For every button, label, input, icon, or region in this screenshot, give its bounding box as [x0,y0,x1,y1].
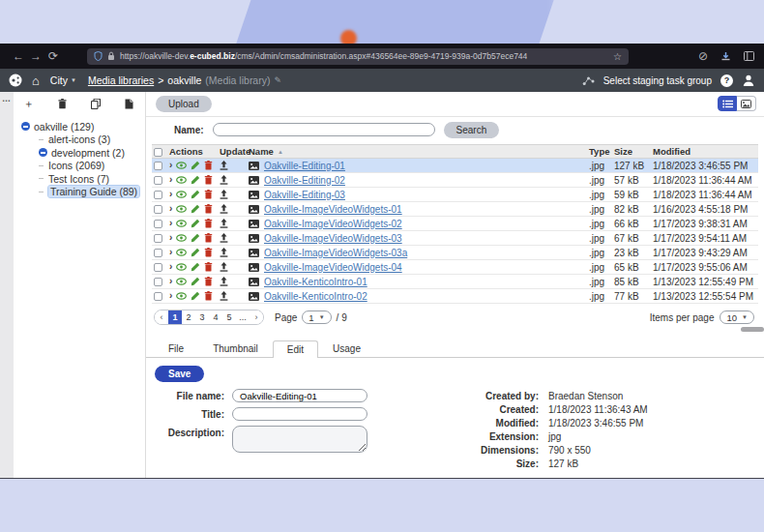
expand-row-icon[interactable]: › [169,161,172,170]
shield-icon[interactable] [94,51,103,61]
expand-row-icon[interactable]: › [169,262,172,272]
page-number-button[interactable]: 5 [222,310,236,324]
help-icon[interactable]: ? [720,74,733,87]
tree-folder-label[interactable]: Test Icons (7) [48,173,109,185]
upload-file-icon[interactable] [220,248,228,257]
delete-trash-icon[interactable] [204,219,213,228]
preview-eye-icon[interactable] [176,191,187,198]
file-name-link[interactable]: Oakville-ImageVideoWidgets-02 [264,219,402,229]
expand-row-icon[interactable]: › [169,219,172,228]
delete-folder-icon[interactable] [58,99,67,109]
table-row[interactable]: › [152,231,758,246]
tree-collapse-icon[interactable] [21,122,30,131]
tree-folder-item[interactable]: Training Guide (89) [14,186,145,199]
table-row[interactable]: › [152,202,758,217]
delete-trash-icon[interactable] [204,190,213,199]
preview-eye-icon[interactable] [176,220,187,227]
table-row[interactable]: › [152,289,758,304]
table-row[interactable]: › [152,260,758,275]
expand-row-icon[interactable]: › [169,277,172,286]
bookmark-star-icon[interactable]: ☆ [613,51,622,62]
delete-trash-icon[interactable] [204,262,213,272]
tree-folder-item[interactable]: Icons (2069) [14,160,145,173]
tree-folder-label[interactable]: Icons (2069) [48,160,104,171]
tree-folder-item[interactable]: alert-icons (3) [14,133,145,147]
upload-file-icon[interactable] [220,233,228,243]
tree-folder-item[interactable]: oakville (129) [14,120,145,133]
table-row[interactable]: › [152,159,758,173]
edit-pencil-icon[interactable] [191,219,200,228]
file-name-link[interactable]: Oakville-Editing-03 [264,190,345,200]
row-checkbox[interactable] [154,278,162,286]
edit-pencil-icon[interactable] [191,277,200,286]
preview-eye-icon[interactable] [176,176,187,184]
edit-pencil-icon[interactable] [191,233,200,243]
row-checkbox[interactable] [154,234,162,243]
file-name-link[interactable]: Oakville-Editing-01 [264,161,345,171]
file-name-link[interactable]: Oakville-ImageVideoWidgets-04 [264,262,402,273]
detail-tab[interactable]: Edit [273,340,318,358]
next-page-button[interactable]: › [250,310,263,324]
preview-eye-icon[interactable] [176,278,187,285]
tree-folder-label[interactable]: Training Guide (89) [48,186,139,197]
preview-eye-icon[interactable] [176,234,187,242]
detail-tab[interactable]: Thumbnail [198,340,273,357]
edit-pencil-icon[interactable] [191,175,200,185]
url-bar[interactable]: https://oakville-dev.e-cubed.biz/cms/Adm… [87,48,629,65]
tree-folder-label[interactable]: alert-icons (3) [48,133,110,145]
file-name-input[interactable] [232,389,367,402]
breadcrumb-media-libraries[interactable]: Media libraries [88,74,154,86]
row-checkbox[interactable] [154,249,162,257]
upload-button[interactable]: Upload [156,96,212,112]
edit-pencil-icon[interactable] [191,204,200,214]
back-icon[interactable]: ← [10,49,27,63]
upload-file-icon[interactable] [220,175,228,185]
upload-file-icon[interactable] [220,190,228,199]
row-checkbox[interactable] [154,263,162,272]
expand-row-icon[interactable]: › [169,248,172,257]
edit-pencil-icon[interactable] [191,262,200,272]
row-checkbox[interactable] [154,205,162,214]
sidebar-menu-icon[interactable] [744,51,754,61]
new-folder-icon[interactable]: ＋ [23,99,34,109]
row-checkbox[interactable] [154,176,162,185]
description-textarea[interactable] [232,426,367,453]
row-checkbox[interactable] [154,220,162,228]
edit-breadcrumb-icon[interactable]: ✎ [274,75,281,85]
row-checkbox[interactable] [154,191,162,199]
delete-trash-icon[interactable] [204,161,213,170]
page-number-button[interactable]: ... [236,310,250,324]
delete-trash-icon[interactable] [204,248,213,257]
upload-file-icon[interactable] [220,219,228,228]
col-name[interactable]: Name▲ [247,145,587,159]
home-icon[interactable]: ⌂ [32,74,40,87]
upload-file-icon[interactable] [220,277,228,286]
expand-row-icon[interactable]: › [169,175,172,185]
tree-folder-label[interactable]: development (2) [51,147,125,159]
expand-row-icon[interactable]: › [169,291,172,301]
delete-trash-icon[interactable] [204,291,213,301]
table-row[interactable]: › [152,275,758,289]
upload-file-icon[interactable] [220,291,228,301]
file-name-link[interactable]: Oakville-KenticoIntro-01 [264,277,367,287]
page-number-button[interactable]: 2 [182,310,195,324]
table-row[interactable]: › [152,173,758,188]
thumbnail-view-button[interactable] [737,96,756,111]
expand-row-icon[interactable]: › [169,204,172,214]
forward-icon[interactable]: → [27,49,44,63]
expand-row-icon[interactable]: › [169,190,172,199]
user-account-icon[interactable] [742,74,755,87]
delete-trash-icon[interactable] [204,233,213,243]
table-row[interactable]: › [152,246,758,260]
file-name-link[interactable]: Oakville-ImageVideoWidgets-01 [264,204,402,215]
edit-pencil-icon[interactable] [191,248,200,257]
tree-collapse-icon[interactable] [39,148,47,157]
resizer-dots-icon[interactable]: … [0,92,14,103]
delete-trash-icon[interactable] [204,277,213,286]
upload-file-icon[interactable] [220,262,228,272]
prev-page-button[interactable]: ‹ [155,310,168,324]
file-name-link[interactable]: Oakville-ImageVideoWidgets-03a [264,248,407,258]
list-view-button[interactable] [718,96,737,111]
expand-row-icon[interactable]: › [169,233,172,243]
page-select[interactable]: 1 ▼ [302,310,331,324]
